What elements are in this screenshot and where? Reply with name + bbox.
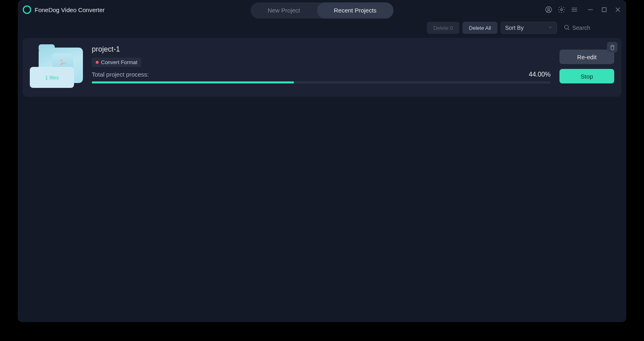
svg-point-5 <box>565 25 568 29</box>
progress-bar-fill <box>92 81 294 83</box>
progress-bar <box>92 81 551 83</box>
svg-point-2 <box>548 8 550 10</box>
close-icon[interactable] <box>613 5 622 14</box>
window-controls <box>586 5 622 14</box>
stop-button[interactable]: Stop <box>559 69 614 83</box>
progress-section: Total project process: 44.00% <box>92 71 551 88</box>
project-info: project-1 Convert Format Total project p… <box>92 45 551 88</box>
progress-label: Total project process: <box>92 71 149 78</box>
minimize-icon[interactable] <box>586 5 595 14</box>
sort-by-label: Sort By <box>505 25 524 31</box>
search-input[interactable] <box>572 25 621 31</box>
app-window: FoneDog Video Converter New Project Rece… <box>18 0 626 322</box>
project-actions: Re-edit Stop <box>559 45 614 88</box>
delete-project-button[interactable] <box>607 42 617 52</box>
status-dot-icon <box>96 61 99 64</box>
project-tag: Convert Format <box>92 58 141 67</box>
gear-icon[interactable] <box>557 5 566 14</box>
search-box[interactable] <box>560 24 621 32</box>
svg-point-3 <box>561 9 563 11</box>
account-icon[interactable] <box>544 5 553 14</box>
app-brand: FoneDog Video Converter <box>23 5 105 14</box>
sort-by-select[interactable]: Sort By <box>501 22 557 34</box>
maximize-icon[interactable] <box>600 5 609 14</box>
tabs: New Project Recent Projects <box>251 2 394 19</box>
project-tag-label: Convert Format <box>101 59 137 65</box>
delete-count-button: Delete 0 <box>427 22 459 34</box>
chevron-down-icon <box>548 25 553 31</box>
tab-new-project[interactable]: New Project <box>251 2 317 19</box>
titlebar: FoneDog Video Converter New Project Rece… <box>18 0 626 19</box>
files-count-label: 1 files <box>45 75 59 81</box>
svg-rect-4 <box>602 8 606 12</box>
app-logo-icon <box>23 5 31 14</box>
project-card: 1 files project-1 Convert Format Total p… <box>23 38 621 97</box>
reedit-button[interactable]: Re-edit <box>559 50 614 64</box>
tab-recent-projects[interactable]: Recent Projects <box>317 2 393 19</box>
menu-icon[interactable] <box>570 5 579 14</box>
delete-all-button[interactable]: Delete All <box>462 22 497 34</box>
svg-point-6 <box>60 60 62 62</box>
project-thumbnail: 1 files <box>30 48 83 88</box>
search-icon <box>564 24 570 32</box>
app-title: FoneDog Video Converter <box>35 6 105 13</box>
progress-percent: 44.00% <box>529 71 551 78</box>
titlebar-right <box>544 5 622 14</box>
project-name: project-1 <box>92 45 551 54</box>
toolbar: Delete 0 Delete All Sort By <box>18 19 626 38</box>
files-count-badge: 1 files <box>30 67 74 88</box>
